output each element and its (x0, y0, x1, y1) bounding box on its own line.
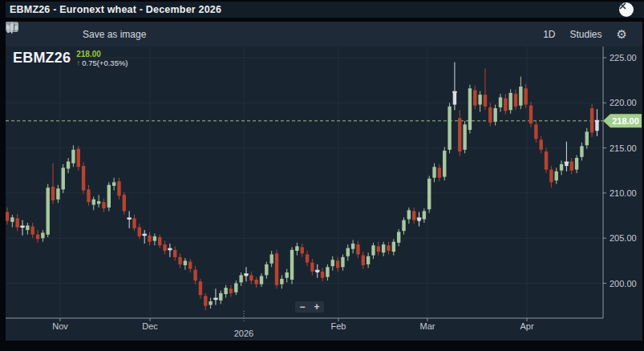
candle (10, 215, 14, 228)
candle (331, 256, 334, 271)
candle (209, 298, 212, 309)
candle (377, 242, 380, 256)
crosshair-tool-button[interactable] (32, 25, 38, 44)
zoom-in-button[interactable]: + (310, 301, 324, 313)
candle (555, 167, 558, 184)
zoom-controls: − + (295, 301, 324, 313)
annotation-tool-button[interactable] (47, 25, 53, 44)
y-axis-label: 210.00 (610, 188, 637, 198)
y-axis-label: 225.00 (610, 53, 637, 63)
candle (382, 242, 385, 256)
change-label: 0.75(+0.35%) (82, 59, 128, 67)
candle (493, 105, 496, 126)
candle (448, 103, 451, 153)
candle (407, 208, 411, 224)
candle (213, 288, 218, 305)
up-arrow-icon: ↑ (76, 59, 80, 67)
candle (97, 195, 100, 208)
candle (423, 208, 426, 223)
candle (82, 163, 85, 194)
candle (224, 285, 227, 298)
y-axis-label: 205.00 (610, 233, 637, 243)
window-title: EBMZ26 - Euronext wheat - December 2026 (10, 4, 221, 15)
candle (148, 232, 151, 245)
x-axis-label: Mar (420, 321, 435, 331)
candle (20, 220, 25, 236)
candle (286, 268, 289, 282)
candle (473, 86, 476, 109)
candle (432, 163, 435, 183)
settings-button[interactable]: ⚙ (614, 25, 630, 44)
y-axis-label: 200.00 (610, 279, 637, 288)
candle (117, 178, 120, 200)
zoom-out-button[interactable]: − (295, 301, 310, 313)
candle (463, 121, 466, 154)
candle (529, 102, 533, 127)
candle (570, 158, 573, 174)
candle (560, 160, 563, 175)
candle (326, 264, 329, 280)
candle (397, 229, 400, 246)
interval-button[interactable]: 1D (540, 25, 558, 44)
candle (56, 185, 59, 204)
candle (549, 166, 553, 188)
candle (265, 261, 268, 278)
price-chart-svg[interactable]: 225.00220.00215.00210.00205.00200.00NovD… (6, 46, 642, 341)
candle (31, 223, 34, 238)
symbol-label: EBMZ26 (13, 50, 71, 66)
candle (595, 109, 600, 136)
y-axis-label: 220.00 (610, 98, 637, 107)
candle (153, 234, 156, 246)
chart-area[interactable]: 225.00220.00215.00210.00205.00200.00NovD… (6, 46, 642, 341)
candle (402, 217, 405, 234)
studies-button[interactable]: Studies (567, 25, 606, 44)
candle (199, 279, 202, 299)
candle (499, 94, 502, 112)
candle (204, 293, 207, 310)
candle (315, 264, 320, 278)
candle (458, 110, 461, 155)
candle (468, 85, 472, 134)
candle (51, 163, 55, 204)
layout-panel-button[interactable] (61, 25, 67, 44)
candle (168, 244, 172, 257)
candle (508, 89, 512, 113)
x-axis-label: 2026 (234, 329, 253, 338)
candle (47, 184, 50, 237)
close-icon (619, 2, 626, 10)
x-axis-label: Feb (331, 321, 346, 331)
candle (301, 244, 304, 257)
x-axis-label: Nov (52, 321, 68, 331)
candle (62, 164, 65, 193)
candle (26, 223, 29, 235)
last-price-badge-label: 218.00 (612, 116, 639, 126)
candle (219, 291, 222, 305)
candle (540, 136, 543, 153)
candle (67, 158, 70, 173)
candle (36, 230, 39, 243)
candle (575, 155, 578, 174)
candle (371, 243, 375, 259)
candle (488, 103, 492, 126)
interval-label: 1D (543, 29, 555, 40)
candle (173, 246, 176, 260)
candle (336, 257, 339, 272)
candle (71, 145, 75, 167)
candle (565, 142, 569, 171)
candle (534, 121, 537, 143)
candle (77, 146, 80, 170)
candle (123, 192, 126, 215)
candle (367, 252, 370, 268)
close-button[interactable] (619, 2, 634, 17)
candle (504, 94, 507, 115)
candle (438, 164, 441, 181)
candle (254, 277, 257, 288)
candle (590, 103, 593, 137)
candle (356, 241, 359, 258)
save-as-image-button[interactable]: Save as image (78, 28, 151, 41)
candle (346, 244, 350, 260)
chevron-down-icon (6, 22, 12, 26)
candle (6, 208, 9, 224)
chart-type-button[interactable] (525, 25, 532, 44)
candle (163, 241, 166, 255)
